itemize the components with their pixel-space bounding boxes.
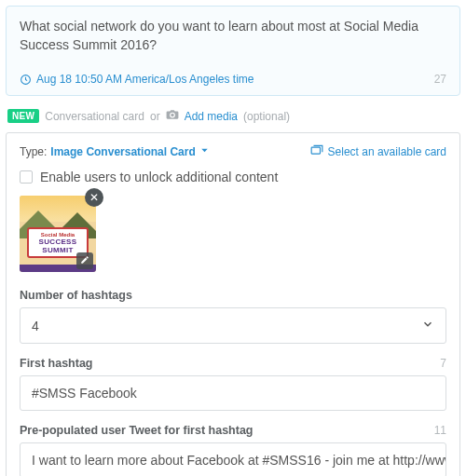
prepop-tweet-label: Pre-populated user Tweet for first hasht… [20,424,254,437]
optional-text: (optional) [243,110,290,123]
schedule-button[interactable]: Aug 18 10:50 AM America/Los Angeles time [20,73,254,86]
pencil-icon [80,255,89,266]
first-hashtag-count: 7 [440,357,446,370]
type-label: Type: [20,145,47,158]
clock-icon [20,74,32,86]
num-hashtags-label: Number of hashtags [20,289,132,302]
compose-box: What social network do you want to learn… [6,6,460,96]
prepop-tweet-field: Pre-populated user Tweet for first hasht… [20,424,446,476]
first-hashtag-input[interactable]: #SMSS Facebook [20,375,446,411]
num-hashtags-field: Number of hashtags 4 [20,289,446,344]
cards-icon [310,144,323,158]
or-text: or [150,110,160,123]
prepop-tweet-input[interactable]: I want to learn more about Facebook at #… [20,442,446,476]
first-hashtag-label: First hashtag [20,357,93,370]
num-hashtags-select[interactable]: 4 [20,307,446,344]
first-hashtag-field: First hashtag 7 #SMSS Facebook [20,357,446,411]
enable-unlock-label: Enable users to unlock additional conten… [40,170,278,184]
char-count: 27 [434,73,446,86]
conversational-card-link[interactable]: Conversational card [45,110,144,123]
enable-unlock-row[interactable]: Enable users to unlock additional conten… [20,170,446,184]
new-badge: NEW [7,109,39,123]
num-hashtags-value: 4 [32,319,39,333]
compose-text[interactable]: What social network do you want to learn… [20,18,446,54]
enable-unlock-checkbox[interactable] [20,170,33,184]
add-media-link[interactable]: Add media [185,110,238,123]
remove-media-button[interactable]: ✕ [85,188,103,207]
prepop-tweet-count: 11 [434,424,446,437]
select-available-card-link[interactable]: Select an available card [310,144,446,158]
media-thumbnail-wrap: Social Media SUCCESS SUMMIT ✕ [20,196,96,272]
card-panel: Type: Image Conversational Card Select a… [6,132,460,476]
thumb-line2: SUCCESS [31,238,85,246]
card-type-value: Image Conversational Card [50,145,195,158]
svg-rect-1 [311,147,320,154]
edit-media-button[interactable] [76,252,93,269]
chevron-down-icon [199,145,210,158]
attach-bar: NEW Conversational card or Add media (op… [0,105,466,132]
chevron-down-icon [421,318,434,333]
camera-icon [166,109,179,123]
schedule-time: Aug 18 10:50 AM America/Los Angeles time [36,73,254,86]
close-icon: ✕ [89,191,99,204]
select-card-label: Select an available card [328,145,446,158]
card-type-dropdown[interactable]: Image Conversational Card [50,145,209,158]
